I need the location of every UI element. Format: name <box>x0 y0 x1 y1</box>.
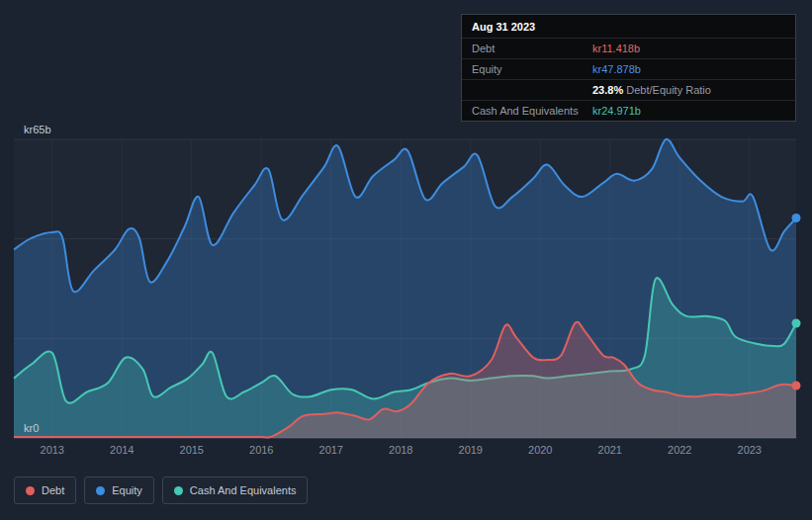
x-axis-label: 2013 <box>35 444 70 456</box>
y-axis-label: kr65b <box>24 124 51 135</box>
chart-tooltip: Aug 31 2023 Debt kr11.418b Equity kr47.8… <box>461 14 796 122</box>
tooltip-debt-label: Debt <box>472 42 592 55</box>
legend-dot-icon <box>174 486 183 495</box>
x-axis-label: 2018 <box>383 444 418 456</box>
chart-plot-area[interactable] <box>14 139 796 438</box>
legend-item-debt[interactable]: Debt <box>14 477 76 504</box>
tooltip-date: Aug 31 2023 <box>462 15 795 38</box>
tooltip-equity-value: kr47.878b <box>592 62 785 76</box>
x-axis-label: 2019 <box>453 444 489 456</box>
tooltip-row-debt: Debt kr11.418b <box>462 38 795 58</box>
y-axis-label: kr0 <box>24 422 39 434</box>
legend-item-equity[interactable]: Equity <box>84 477 154 504</box>
x-axis-label: 2021 <box>592 444 628 456</box>
x-axis-label: 2023 <box>732 444 767 456</box>
x-axis-label: 2022 <box>662 444 697 456</box>
tooltip-debt-value: kr11.418b <box>592 42 785 55</box>
tooltip-ratio-value: 23.8% <box>592 84 623 96</box>
tooltip-row-ratio: 23.8% Debt/Equity Ratio <box>462 79 795 100</box>
tooltip-cash-label: Cash And Equivalents <box>472 104 592 118</box>
tooltip-ratio-label: Debt/Equity Ratio <box>626 84 711 96</box>
legend-dot-icon <box>26 486 35 495</box>
series-end-marker-cash-and-equivalents <box>792 318 801 327</box>
legend-label: Equity <box>112 484 142 496</box>
tooltip-equity-label: Equity <box>472 62 592 76</box>
x-axis-label: 2020 <box>522 444 558 456</box>
tooltip-row-equity: Equity kr47.878b <box>462 58 795 79</box>
debt-equity-history-chart: kr65bkr0 2013201420152016201720182019202… <box>0 0 812 520</box>
legend-item-cash-and-equivalents[interactable]: Cash And Equivalents <box>162 477 309 504</box>
legend-label: Cash And Equivalents <box>190 484 297 496</box>
x-axis-label: 2016 <box>243 444 279 456</box>
legend-dot-icon <box>96 486 105 495</box>
x-axis-label: 2015 <box>174 444 210 456</box>
chart-legend: DebtEquityCash And Equivalents <box>14 477 308 504</box>
tooltip-cash-value: kr24.971b <box>592 104 785 118</box>
series-end-marker-equity <box>792 214 801 222</box>
x-axis-label: 2017 <box>314 444 349 456</box>
x-axis-label: 2014 <box>104 444 139 456</box>
series-end-marker-debt <box>792 381 801 390</box>
tooltip-ratio: 23.8% Debt/Equity Ratio <box>592 83 785 97</box>
legend-label: Debt <box>42 484 64 496</box>
tooltip-row-cash: Cash And Equivalents kr24.971b <box>462 100 795 121</box>
